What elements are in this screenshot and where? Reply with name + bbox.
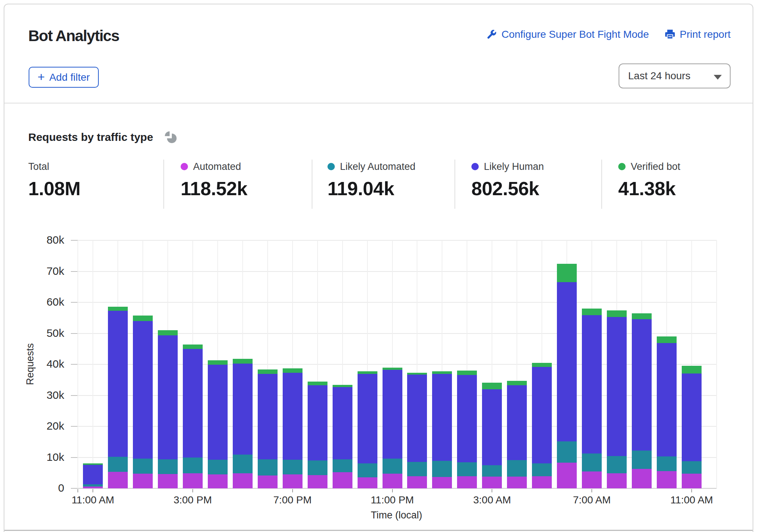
bar-segment [183, 473, 203, 488]
bar-segment [632, 313, 652, 319]
bar-segment [557, 264, 577, 282]
bar-segment [333, 387, 352, 460]
bar-segment [183, 345, 203, 349]
y-axis-tick [71, 457, 78, 458]
x-axis-tick-label: 7:00 AM [551, 494, 632, 506]
bar-segment [632, 469, 652, 488]
bar-segment [407, 462, 427, 476]
bar-segment [333, 472, 352, 488]
bar-segment [607, 473, 627, 488]
bar-segment [83, 463, 103, 464]
bar-segment [432, 371, 452, 374]
y-axis-tick-label: 40k [31, 358, 64, 370]
bar-segment [557, 441, 577, 463]
bar-segment [607, 456, 627, 473]
x-axis-tick [392, 489, 393, 492]
bar-segment [133, 459, 153, 474]
bar-segment [283, 460, 303, 474]
bar-segment [233, 359, 253, 364]
bar-segment [482, 477, 502, 488]
y-axis-tick [71, 333, 78, 334]
bar-segment [308, 385, 327, 460]
x-axis-tick-label: 3:00 PM [152, 494, 233, 506]
x-axis-title: Time (local) [371, 510, 422, 521]
x-axis-tick-label: 11:00 AM [52, 494, 133, 506]
bar-segment [657, 336, 677, 343]
gridline [78, 302, 717, 303]
bar-segment [407, 375, 427, 462]
bar-segment [607, 310, 627, 317]
requests-chart: 010k20k30k40k50k60k70k80k11:00 AM3:00 PM… [4, 4, 753, 532]
bar-segment [507, 477, 527, 488]
gridline-vertical [77, 240, 78, 488]
x-axis-tick [192, 489, 193, 492]
y-axis-tick-label: 0 [31, 482, 64, 494]
bar-segment [432, 477, 452, 488]
y-axis-tick-label: 80k [31, 234, 64, 246]
bar-segment [208, 360, 228, 365]
bar-segment [283, 373, 303, 460]
bar-segment [283, 368, 303, 373]
x-axis-tick [591, 489, 592, 492]
bottom-divider [4, 530, 753, 531]
bar-segment [383, 368, 402, 370]
y-axis-tick-label: 60k [31, 296, 64, 308]
bar-segment [83, 484, 103, 487]
bar-segment [133, 321, 153, 459]
bar-segment [208, 365, 228, 460]
bar-segment [482, 389, 502, 465]
bar-segment [108, 472, 128, 488]
bar-segment [682, 366, 702, 374]
x-axis-tick [93, 489, 93, 492]
bar-segment [358, 374, 377, 463]
bar-segment [582, 309, 602, 315]
bar-segment [208, 474, 228, 488]
bar-segment [507, 460, 527, 477]
bar-segment [308, 475, 327, 488]
bar-segment [258, 369, 278, 374]
y-axis-tick-label: 50k [31, 327, 64, 339]
bar-segment [383, 459, 402, 474]
bar-segment [183, 349, 203, 458]
y-axis-tick [71, 364, 78, 365]
y-axis-tick [71, 488, 78, 489]
bar-segment [407, 373, 427, 375]
y-axis-tick-label: 70k [31, 265, 64, 277]
bar-segment [208, 460, 228, 474]
x-axis-tick-label: 3:00 AM [452, 494, 532, 506]
x-axis-tick [691, 489, 692, 492]
bar-segment [133, 474, 153, 488]
bar-segment [283, 474, 303, 488]
bar-segment [83, 465, 103, 484]
bar-segment [557, 282, 577, 441]
y-axis-tick [71, 395, 78, 396]
y-axis-tick-label: 20k [31, 420, 64, 432]
bar-segment [532, 367, 552, 464]
bar-segment [432, 374, 452, 461]
bar-segment [108, 307, 128, 311]
bar-segment [657, 456, 677, 471]
bar-segment [457, 462, 477, 476]
bar-segment [108, 311, 128, 457]
bar-segment [133, 316, 153, 321]
y-axis-tick-label: 10k [31, 451, 64, 463]
bar-segment [308, 382, 327, 385]
bar-segment [507, 385, 527, 460]
bar-segment [632, 319, 652, 450]
bar-segment [258, 475, 278, 488]
gridline-vertical [93, 240, 93, 488]
bar-segment [582, 453, 602, 471]
bar-segment [532, 363, 552, 367]
bar-segment [457, 371, 477, 375]
bar-segment [407, 476, 427, 488]
bar-segment [158, 330, 178, 335]
bar-segment [333, 385, 352, 387]
y-axis-tick [71, 240, 78, 241]
bar-segment [233, 455, 253, 473]
bar-segment [532, 463, 552, 476]
y-axis-tick-label: 30k [31, 389, 64, 401]
bar-segment [682, 461, 702, 474]
bar-segment [682, 474, 702, 488]
bar-segment [582, 315, 602, 453]
bar-segment [308, 460, 327, 475]
